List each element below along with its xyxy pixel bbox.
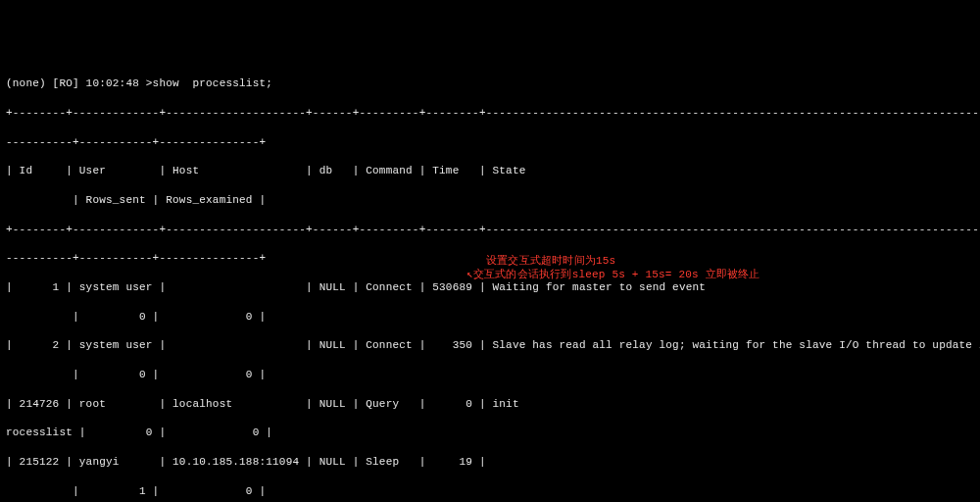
table-row-cont: | 1 | 0 | — [6, 484, 980, 499]
table-separator: ----------+-----------+---------------+ — [6, 135, 980, 150]
table-header: | Id | User | Host | db | Command | Time… — [6, 164, 980, 178]
prompt-line[interactable]: (none) [RO] 10:02:48 >show processlist; — [6, 76, 980, 91]
arrow-icon: ↖ — [466, 269, 473, 280]
annotation-text: 设置交互式超时时间为15s — [486, 254, 615, 269]
table-row: | 215122 | yangyi | 10.10.185.188:11094 … — [6, 455, 980, 470]
table-separator: +--------+-------------+----------------… — [6, 223, 980, 237]
table-row-cont: | 0 | 0 | — [6, 310, 980, 325]
table-header-cont: | Rows_sent | Rows_examined | — [6, 193, 980, 208]
table-row-cont: rocesslist | 0 | 0 | — [6, 426, 980, 440]
table-separator: +--------+-------------+----------------… — [6, 106, 980, 121]
annotation-text: ↖交互式的会话执行到sleep 5s + 15s= 20s 立即被终止 — [466, 268, 760, 282]
terminal-output: (none) [RO] 10:02:48 >show processlist; … — [6, 62, 980, 502]
table-row: | 214726 | root | localhost | NULL | Que… — [6, 397, 980, 412]
table-row-cont: | 0 | 0 | — [6, 368, 980, 382]
table-row: | 2 | system user | | NULL | Connect | 3… — [6, 338, 980, 353]
table-row: | 1 | system user | | NULL | Connect | 5… — [6, 280, 980, 295]
